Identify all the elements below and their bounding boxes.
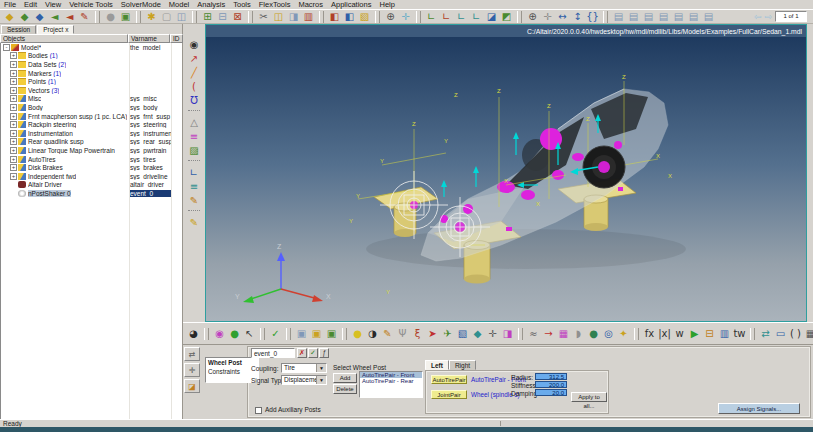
tab-project[interactable]: Project x	[37, 25, 74, 34]
arrow-vertical-icon[interactable]: ↕	[570, 10, 585, 24]
select-arrow-icon[interactable]: ↖	[242, 327, 257, 341]
model-wizard-icon[interactable]: ◆	[2, 10, 17, 24]
menu-file[interactable]: File	[0, 0, 20, 9]
output-tool-icon[interactable]: ◨	[500, 327, 515, 341]
tree-row[interactable]: +Independent fwdsys_driveline	[1, 172, 182, 181]
expand-toggle[interactable]: +	[10, 138, 17, 145]
autotirepair-button[interactable]: AutoTirePair	[431, 375, 467, 384]
report-tool-icon[interactable]: ▣	[118, 10, 133, 24]
run-solver-icon[interactable]: ▶	[687, 327, 702, 341]
shade-mode-icon[interactable]: ◕	[186, 327, 201, 341]
entity-colors-icon[interactable]: ◉	[212, 327, 227, 341]
tree-row[interactable]: -Model*the_model	[1, 43, 182, 52]
tab-left[interactable]: Left	[425, 360, 449, 370]
assign-signals-button[interactable]: Assign Signals...	[718, 403, 800, 414]
corner-expand-2-icon[interactable]: ∟	[439, 10, 454, 24]
tree-row[interactable]: +Disk Brakessys_brakes	[1, 163, 182, 172]
next-page-icon[interactable]: ⇨	[764, 12, 772, 22]
eraser-tool-icon[interactable]: ◗	[571, 327, 586, 341]
window-report-7-icon[interactable]: ▤	[701, 10, 716, 24]
image-tool-icon[interactable]: ▨	[186, 144, 202, 157]
radius-field[interactable]: 312.5	[535, 373, 567, 380]
expression-fx-icon[interactable]: fx	[642, 327, 657, 341]
expand-toggle[interactable]: +	[10, 104, 17, 111]
column-header-objects[interactable]: Objects	[0, 34, 128, 43]
points-tool-icon[interactable]: ●	[350, 327, 365, 341]
tree-row[interactable]: +Bodies (1)	[1, 52, 182, 61]
aux-posts-checkbox[interactable]: Add Auxiliary Posts	[255, 406, 321, 414]
menu-analysis[interactable]: Analysis	[193, 0, 229, 9]
spline-curve-icon[interactable]: Ʊ	[186, 94, 202, 107]
jointpair-button[interactable]: JointPair	[431, 390, 467, 399]
driver-tool-icon[interactable]: ●	[103, 10, 118, 24]
window-report-6-icon[interactable]: ▤	[686, 10, 701, 24]
menu-flextools[interactable]: FlexTools	[255, 0, 295, 9]
tree-row[interactable]: +Bodysys_body	[1, 103, 182, 112]
column-chart-icon[interactable]: ▥	[717, 327, 732, 341]
edit-wizard-icon[interactable]: ✎	[77, 10, 92, 24]
note-tool-icon[interactable]: ✎	[186, 194, 202, 207]
delete-page-icon[interactable]: ⊠	[230, 10, 245, 24]
braces-icon[interactable]: {}	[585, 10, 600, 24]
window-report-4-icon[interactable]: ▤	[656, 10, 671, 24]
stack-green-icon[interactable]: ◩	[499, 10, 514, 24]
frequency-icon[interactable]: w	[672, 327, 687, 341]
menu-view[interactable]: View	[41, 0, 65, 9]
event-name-field[interactable]: event_0	[251, 348, 295, 358]
surface-tool-icon[interactable]: ◆	[470, 327, 485, 341]
tab-right[interactable]: Right	[449, 360, 476, 370]
prev-page-icon[interactable]: ⇦	[754, 12, 762, 22]
panel-nav-icon[interactable]: ⇄	[184, 347, 200, 361]
joints-tool-icon[interactable]: Ψ	[395, 327, 410, 341]
monitor-tool-icon[interactable]: ▭	[773, 327, 788, 341]
add-page-icon[interactable]: ⊞	[200, 10, 215, 24]
menu-macros[interactable]: Macros	[294, 0, 327, 9]
graphics-ball-icon[interactable]: ●	[227, 327, 242, 341]
expand-toggle[interactable]: +	[10, 61, 17, 68]
tab-session[interactable]: Session	[1, 25, 36, 34]
star-tool-icon[interactable]: ✦	[616, 327, 631, 341]
curve-tool-icon[interactable]: ≈	[526, 327, 541, 341]
plot-browser-icon[interactable]: ▧	[357, 10, 372, 24]
wheel-post-list[interactable]: AutoTirePair - FrontAutoTirePair - Rear	[359, 371, 423, 398]
springs-tool-icon[interactable]: ξ	[410, 327, 425, 341]
expand-toggle[interactable]: +	[10, 52, 17, 59]
paste-icon[interactable]: ◨	[286, 10, 301, 24]
corner-expand-4-icon[interactable]: ∟	[469, 10, 484, 24]
abs-value-icon[interactable]: |x|	[657, 327, 672, 341]
forces-tool-icon[interactable]: ➤	[425, 327, 440, 341]
expression-button[interactable]: ƒ	[319, 348, 329, 358]
tree-row[interactable]: +Frnt macpherson susp (1 pc. LCA)sys_frn…	[1, 112, 182, 121]
window-report-1-icon[interactable]: ▤	[611, 10, 626, 24]
window-report-3-icon[interactable]: ▤	[641, 10, 656, 24]
zoom-in-icon[interactable]: ⊕	[525, 10, 540, 24]
capture-icon[interactable]: ▥	[301, 10, 316, 24]
menu-model[interactable]: Model	[165, 0, 193, 9]
damping-field[interactable]: 20.0	[535, 389, 567, 396]
coupling-dropdown[interactable]: Tire ▼	[281, 363, 327, 373]
expand-toggle[interactable]: +	[10, 156, 17, 163]
expand-toggle[interactable]: +	[10, 130, 17, 137]
bodies-tool-icon[interactable]: ◑	[365, 327, 380, 341]
add-button[interactable]: Add	[333, 373, 357, 383]
reject-button[interactable]: ✗	[297, 348, 307, 358]
zoom-tool-icon[interactable]: ⊕	[383, 10, 398, 24]
accept-button[interactable]: ✓	[308, 348, 318, 358]
expand-toggle[interactable]: +	[10, 95, 17, 102]
levels-tool-icon[interactable]: ≡	[186, 130, 202, 143]
page-thumb-3-icon[interactable]: ▣	[324, 327, 339, 341]
tree-row[interactable]: +Rear quadlink suspsys_rear_susp	[1, 138, 182, 147]
expand-toggle[interactable]: +	[10, 87, 17, 94]
fit-tool-icon[interactable]: ✛	[398, 10, 413, 24]
markers-tool-icon[interactable]: ✎	[380, 327, 395, 341]
expand-toggle[interactable]: +	[10, 113, 17, 120]
expand-toggle[interactable]: -	[3, 44, 10, 51]
contact-tool-icon[interactable]: ✛	[485, 327, 500, 341]
layers-tool-icon[interactable]: ≡	[186, 180, 202, 193]
palette-tool-icon[interactable]: ▦	[556, 327, 571, 341]
pan-icon[interactable]: ✛	[540, 10, 555, 24]
vector-arrow-icon[interactable]: ↗	[186, 52, 202, 65]
tree-row[interactable]: +Linear Torque Map Powertrainsys_pwrtrai…	[1, 146, 182, 155]
3d-viewport-canvas[interactable]: Z Y X ZZZZZZYYYYYXXXX	[206, 37, 806, 321]
panel-mode-icon[interactable]: ◪	[184, 379, 200, 393]
